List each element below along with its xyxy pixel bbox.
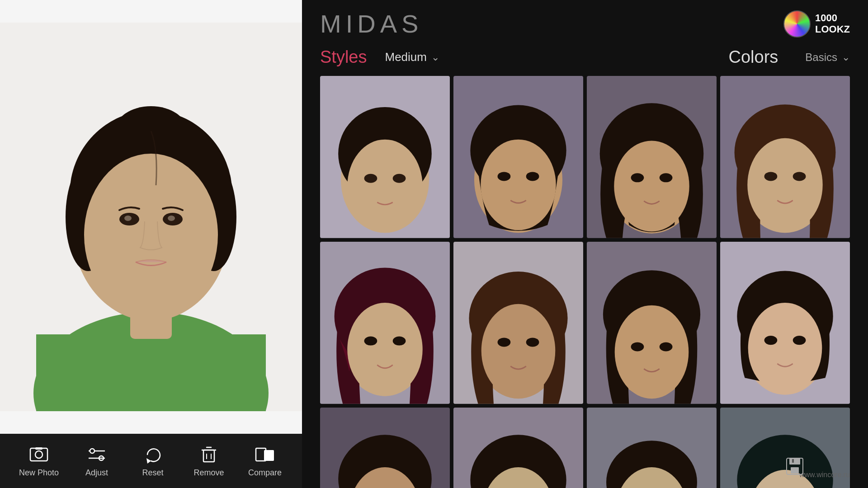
svg-point-46 — [614, 141, 689, 232]
svg-point-9 — [84, 154, 218, 316]
svg-point-59 — [364, 336, 377, 345]
app-title: MIDAS — [320, 9, 423, 38]
styles-dropdown-value: Medium — [385, 50, 426, 64]
svg-point-78 — [764, 336, 778, 345]
style-item-7[interactable] — [587, 242, 717, 404]
svg-point-65 — [498, 338, 511, 347]
svg-point-41 — [498, 172, 511, 181]
style-item-9[interactable] — [320, 408, 450, 488]
svg-rect-108 — [792, 459, 794, 463]
svg-point-72 — [631, 342, 644, 351]
colors-label: Colors — [729, 47, 778, 67]
logo-text: 1000 LOOKZ — [815, 13, 850, 34]
style-item-3[interactable] — [587, 76, 717, 238]
styles-label: Styles — [320, 47, 367, 67]
logo-circle — [783, 10, 811, 38]
svg-point-48 — [660, 173, 673, 182]
style-item-1[interactable] — [320, 76, 450, 238]
new-photo-button[interactable]: New Photo — [19, 445, 59, 478]
controls-row: Styles Medium ⌄ Colors Basics ⌄ — [320, 47, 850, 67]
colors-dropdown[interactable]: Basics ⌄ — [805, 51, 850, 64]
svg-point-12 — [124, 216, 132, 221]
svg-point-77 — [748, 303, 822, 394]
svg-rect-14 — [30, 448, 47, 461]
adjust-button[interactable]: Adjust — [79, 445, 115, 478]
svg-marker-23 — [146, 458, 151, 464]
svg-point-71 — [615, 305, 689, 399]
svg-point-73 — [660, 342, 673, 351]
svg-point-79 — [793, 336, 806, 345]
svg-point-40 — [481, 140, 556, 230]
new-photo-label: New Photo — [19, 468, 59, 478]
svg-point-42 — [526, 172, 539, 181]
svg-rect-2 — [36, 334, 266, 411]
svg-point-34 — [347, 140, 422, 233]
person-photo — [0, 23, 302, 411]
style-item-4[interactable] — [720, 76, 850, 238]
toolbar: New Photo Adjust — [0, 434, 302, 488]
remove-label: Remove — [193, 468, 224, 478]
svg-point-47 — [631, 173, 644, 182]
colors-dropdown-arrow: ⌄ — [842, 52, 850, 63]
svg-rect-16 — [35, 447, 42, 450]
style-item-6[interactable] — [453, 242, 583, 404]
svg-rect-107 — [791, 467, 799, 474]
photo-area — [0, 0, 302, 434]
svg-rect-24 — [203, 450, 214, 462]
style-item-10[interactable] — [453, 408, 583, 488]
remove-button[interactable]: Remove — [191, 445, 227, 478]
top-bar: MIDAS 1000 LOOKZ — [320, 9, 850, 38]
style-item-11[interactable] — [587, 408, 717, 488]
svg-point-54 — [793, 172, 806, 181]
compare-icon — [255, 445, 275, 465]
svg-point-60 — [393, 336, 406, 345]
styles-grid — [320, 76, 850, 488]
style-item-5[interactable] — [320, 242, 450, 404]
svg-point-64 — [481, 304, 556, 398]
logo-area: 1000 LOOKZ — [783, 10, 850, 38]
adjust-label: Adjust — [85, 468, 108, 478]
reset-icon — [143, 445, 163, 465]
styles-dropdown[interactable]: Medium ⌄ — [385, 50, 439, 64]
svg-point-36 — [393, 174, 406, 183]
right-panel: MIDAS 1000 LOOKZ Styles Medium ⌄ Colors … — [302, 0, 868, 488]
svg-point-52 — [747, 138, 822, 232]
compare-label: Compare — [248, 468, 282, 478]
left-panel: New Photo Adjust — [0, 0, 302, 488]
reset-button[interactable]: Reset — [135, 445, 171, 478]
save-button[interactable] — [785, 456, 805, 478]
adjust-icon — [87, 445, 107, 465]
svg-rect-106 — [789, 458, 800, 465]
colors-dropdown-value: Basics — [805, 51, 837, 64]
logo-line1: 1000 — [815, 13, 850, 23]
svg-point-58 — [347, 303, 422, 396]
svg-point-13 — [168, 216, 175, 221]
svg-point-17 — [90, 449, 94, 453]
watermark: www.wincore.ru — [799, 471, 850, 479]
photo-icon — [29, 445, 49, 465]
style-item-8[interactable] — [720, 242, 850, 404]
logo-line2: LOOKZ — [815, 24, 850, 35]
svg-point-66 — [526, 338, 539, 347]
compare-button[interactable]: Compare — [247, 445, 283, 478]
styles-dropdown-arrow: ⌄ — [431, 52, 439, 63]
svg-point-53 — [764, 172, 778, 181]
svg-rect-30 — [264, 450, 274, 461]
style-item-2[interactable] — [453, 76, 583, 238]
remove-icon — [199, 445, 219, 465]
svg-point-35 — [364, 174, 377, 183]
svg-point-15 — [35, 451, 42, 458]
reset-label: Reset — [142, 468, 164, 478]
